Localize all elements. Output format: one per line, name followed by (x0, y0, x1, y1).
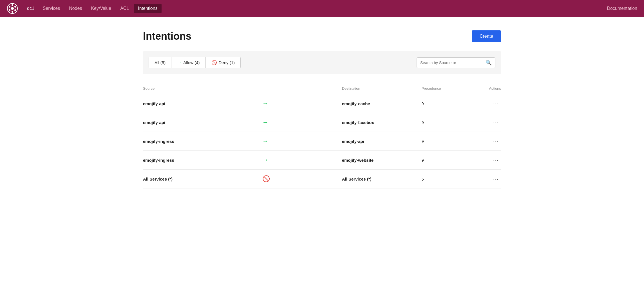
actions-menu-button[interactable]: ··· (461, 100, 501, 107)
deny-icon: 🚫 (262, 175, 270, 182)
nav-services[interactable]: Services (39, 4, 64, 13)
nav-links: Services Nodes Key/Value ACL Intentions (39, 4, 607, 13)
filter-all[interactable]: All (5) (149, 57, 171, 68)
actions-menu-button[interactable]: ··· (461, 119, 501, 126)
precedence-value: 9 (421, 120, 461, 125)
svg-point-1 (11, 7, 14, 10)
nav-nodes[interactable]: Nodes (65, 4, 86, 13)
svg-point-4 (14, 9, 16, 11)
source-name: emojify-ingress (143, 139, 262, 144)
logo[interactable] (7, 3, 18, 14)
allow-arrow-icon: → (262, 138, 269, 145)
precedence-value: 9 (421, 139, 461, 144)
create-button[interactable]: Create (472, 30, 501, 42)
col-precedence: Precedence (421, 85, 461, 92)
filter-bar: All (5) → Allow (4) 🚫 Deny (1) 🔍 (143, 51, 501, 74)
page-title: Intentions (143, 30, 191, 42)
deny-circle-icon: 🚫 (211, 60, 217, 65)
precedence-value: 5 (421, 177, 461, 181)
search-icon: 🔍 (486, 60, 492, 66)
col-type (262, 85, 342, 92)
table-row: emojify-api → emojify-facebox 9 ··· (143, 113, 501, 132)
table-row: emojify-ingress → emojify-website 9 ··· (143, 151, 501, 170)
col-destination: Destination (342, 85, 422, 92)
type-icon: → (262, 156, 342, 164)
nav-keyvalue[interactable]: Key/Value (87, 4, 115, 13)
allow-arrow-icon: → (177, 60, 182, 65)
filter-tabs: All (5) → Allow (4) 🚫 Deny (1) (149, 57, 241, 68)
navbar: dc1 Services Nodes Key/Value ACL Intenti… (0, 0, 644, 17)
datacenter-label[interactable]: dc1 (25, 6, 37, 11)
col-actions: Actions (461, 85, 501, 92)
table-body: emojify-api → emojify-cache 9 ··· emojif… (143, 94, 501, 188)
source-name: emojify-ingress (143, 158, 262, 163)
svg-point-6 (9, 9, 10, 11)
page-header: Intentions Create (143, 30, 501, 42)
table-header: Source Destination Precedence Actions (143, 83, 501, 94)
table-row: emojify-api → emojify-cache 9 ··· (143, 94, 501, 113)
search-container: 🔍 (417, 57, 495, 68)
precedence-value: 9 (421, 158, 461, 163)
destination-name: emojify-cache (342, 101, 422, 106)
filter-deny[interactable]: 🚫 Deny (1) (206, 57, 241, 68)
allow-arrow-icon: → (262, 100, 269, 107)
filter-allow[interactable]: → Allow (4) (171, 57, 205, 68)
destination-name: emojify-facebox (342, 120, 422, 125)
svg-point-7 (9, 6, 10, 8)
precedence-value: 9 (421, 101, 461, 106)
type-icon: 🚫 (262, 175, 342, 183)
type-icon: → (262, 100, 342, 107)
type-icon: → (262, 138, 342, 145)
type-icon: → (262, 119, 342, 126)
actions-menu-button[interactable]: ··· (461, 138, 501, 145)
table-row: All Services (*) 🚫 All Services (*) 5 ··… (143, 170, 501, 188)
destination-name: All Services (*) (342, 177, 422, 181)
main-content: Intentions Create All (5) → Allow (4) 🚫 … (125, 17, 519, 197)
actions-menu-button[interactable]: ··· (461, 176, 501, 182)
col-source: Source (143, 85, 262, 92)
destination-name: emojify-website (342, 158, 422, 163)
actions-menu-button[interactable]: ··· (461, 157, 501, 163)
nav-intentions[interactable]: Intentions (134, 4, 161, 13)
source-name: All Services (*) (143, 177, 262, 181)
source-name: emojify-api (143, 120, 262, 125)
allow-arrow-icon: → (262, 156, 269, 163)
destination-name: emojify-api (342, 139, 422, 144)
svg-point-3 (14, 6, 16, 8)
source-name: emojify-api (143, 101, 262, 106)
table-row: emojify-ingress → emojify-api 9 ··· (143, 132, 501, 151)
svg-point-2 (12, 4, 13, 6)
nav-acl[interactable]: ACL (116, 4, 133, 13)
documentation-link[interactable]: Documentation (607, 6, 637, 11)
svg-point-5 (12, 11, 13, 13)
allow-arrow-icon: → (262, 119, 269, 126)
search-input[interactable] (420, 58, 486, 68)
